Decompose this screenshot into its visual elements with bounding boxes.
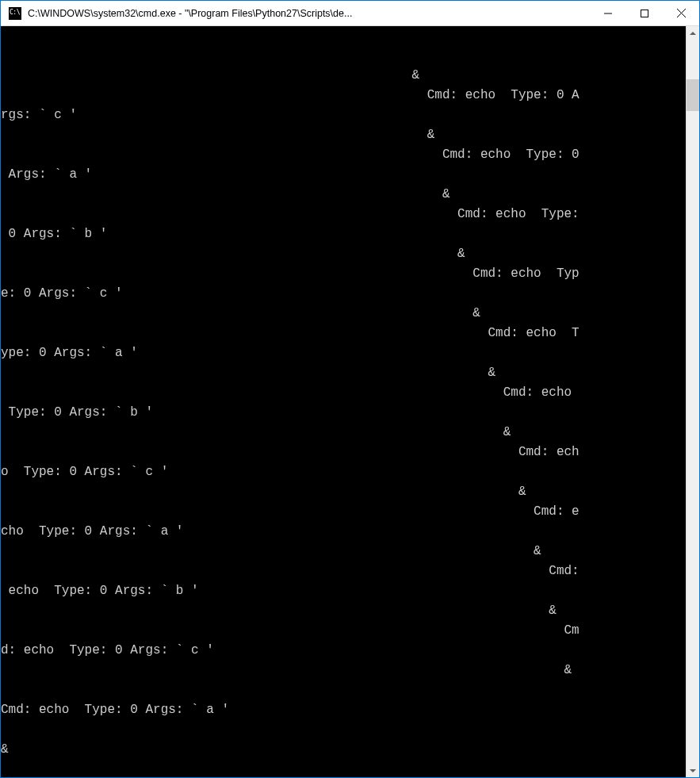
svg-rect-1 [641, 10, 648, 17]
minimize-icon [604, 10, 612, 17]
window-controls [590, 1, 699, 25]
maximize-button[interactable] [626, 1, 663, 25]
scroll-down-button[interactable] [687, 764, 699, 777]
client-area: & Cmd: echo Type: 0 A rgs: ` c ' & [1, 26, 699, 777]
maximize-icon [641, 10, 648, 17]
terminal-output: & Cmd: echo Type: 0 A rgs: ` c ' & [1, 66, 686, 777]
terminal[interactable]: & Cmd: echo Type: 0 A rgs: ` c ' & [1, 26, 686, 777]
scrollbar-thumb[interactable] [687, 79, 699, 111]
chevron-down-icon [690, 768, 696, 774]
close-button[interactable] [663, 1, 699, 25]
titlebar[interactable]: C:\WINDOWS\system32\cmd.exe - "\Program … [1, 1, 699, 26]
chevron-up-icon [690, 30, 696, 36]
close-icon [677, 9, 686, 17]
scrollbar-track[interactable] [687, 40, 699, 764]
svg-marker-4 [690, 32, 696, 35]
minimize-button[interactable] [590, 1, 626, 25]
svg-marker-5 [690, 769, 696, 772]
scroll-up-button[interactable] [687, 26, 699, 40]
vertical-scrollbar[interactable] [686, 26, 699, 777]
window-title: C:\WINDOWS\system32\cmd.exe - "\Program … [28, 8, 590, 19]
cmd-icon [9, 7, 21, 20]
